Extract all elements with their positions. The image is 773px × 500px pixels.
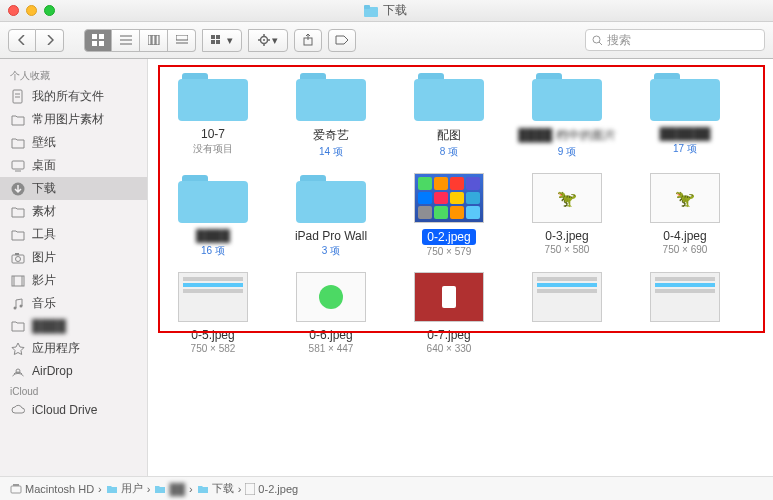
svg-point-39 xyxy=(14,306,17,309)
svg-rect-42 xyxy=(11,486,21,493)
svg-rect-1 xyxy=(364,5,370,9)
sidebar-label: 应用程序 xyxy=(32,340,80,357)
file-item[interactable]: iPad Pro Wall3 项 xyxy=(272,173,390,258)
path-crumb[interactable]: 用户 xyxy=(106,481,143,496)
sidebar-item[interactable]: 我的所有文件 xyxy=(0,85,147,108)
file-meta: 750 × 580 xyxy=(545,244,590,255)
sidebar-item[interactable]: 壁纸 xyxy=(0,131,147,154)
share-button[interactable] xyxy=(294,29,322,52)
image-thumbnail xyxy=(296,272,366,322)
path-crumb[interactable]: 0-2.jpeg xyxy=(245,483,298,495)
sidebar-item[interactable]: 音乐 xyxy=(0,292,147,315)
file-meta: 14 项 xyxy=(319,145,343,159)
file-name: 0-6.jpeg xyxy=(309,328,352,342)
zoom-button[interactable] xyxy=(44,5,55,16)
folder-icon xyxy=(296,71,366,121)
file-item[interactable]: 配图8 项 xyxy=(390,71,508,159)
svg-rect-9 xyxy=(148,35,151,45)
sidebar-label: 桌面 xyxy=(32,157,56,174)
file-item[interactable]: 0-5.jpeg750 × 582 xyxy=(154,272,272,354)
path-crumb[interactable]: Macintosh HD xyxy=(10,483,94,495)
view-buttons xyxy=(84,29,196,52)
sidebar-item[interactable]: 素材 xyxy=(0,200,147,223)
window-title: 下载 xyxy=(383,2,407,19)
chevron-icon: › xyxy=(189,483,193,495)
sidebar-header: iCloud xyxy=(0,382,147,399)
file-meta: 8 项 xyxy=(440,145,458,159)
sidebar-item[interactable]: AirDrop xyxy=(0,360,147,382)
file-name: ██████ xyxy=(659,127,710,141)
file-item[interactable] xyxy=(508,272,626,354)
icon-view-button[interactable] xyxy=(84,29,112,52)
sidebar-item[interactable]: 桌面 xyxy=(0,154,147,177)
file-name: 0-3.jpeg xyxy=(545,229,588,243)
image-thumbnail xyxy=(650,272,720,322)
svg-rect-16 xyxy=(211,40,215,44)
chevron-icon: › xyxy=(98,483,102,495)
folder-icon xyxy=(10,318,26,334)
file-item[interactable]: 0-2.jpeg750 × 579 xyxy=(390,173,508,258)
sidebar-item[interactable]: iCloud Drive xyxy=(0,399,147,421)
svg-rect-4 xyxy=(92,41,97,46)
folder-icon xyxy=(414,71,484,121)
file-item[interactable]: 🦖0-3.jpeg750 × 580 xyxy=(508,173,626,258)
file-meta: 750 × 579 xyxy=(427,246,472,257)
column-view-button[interactable] xyxy=(140,29,168,52)
sidebar-item[interactable]: 图片 xyxy=(0,246,147,269)
traffic-lights xyxy=(8,5,55,16)
svg-rect-3 xyxy=(99,34,104,39)
sidebar-label: 我的所有文件 xyxy=(32,88,104,105)
svg-rect-44 xyxy=(245,483,255,495)
action-button[interactable]: ▾ xyxy=(248,29,288,52)
sidebar-item[interactable]: 常用图片素材 xyxy=(0,108,147,131)
svg-rect-2 xyxy=(92,34,97,39)
file-item[interactable]: 爱奇艺14 项 xyxy=(272,71,390,159)
file-name: 0-4.jpeg xyxy=(663,229,706,243)
camera-icon xyxy=(10,250,26,266)
search-field[interactable]: 搜索 xyxy=(585,29,765,51)
sidebar-item[interactable]: ████ xyxy=(0,315,147,337)
file-meta: 3 项 xyxy=(322,244,340,258)
file-item[interactable]: ██████17 项 xyxy=(626,71,744,159)
svg-point-40 xyxy=(20,304,23,307)
path-crumb[interactable]: 下载 xyxy=(197,481,234,496)
sidebar-label: 工具 xyxy=(32,226,56,243)
svg-point-25 xyxy=(593,36,600,43)
back-button[interactable] xyxy=(8,29,36,52)
close-button[interactable] xyxy=(8,5,19,16)
file-item[interactable]: 10-7没有项目 xyxy=(154,71,272,159)
svg-rect-12 xyxy=(176,35,188,40)
coverflow-view-button[interactable] xyxy=(168,29,196,52)
file-item[interactable]: ████16 项 xyxy=(154,173,272,258)
file-meta: 9 项 xyxy=(558,145,576,159)
file-item[interactable] xyxy=(626,272,744,354)
forward-button[interactable] xyxy=(36,29,64,52)
sidebar-label: 图片 xyxy=(32,249,56,266)
file-name: 0-2.jpeg xyxy=(422,229,475,245)
list-view-button[interactable] xyxy=(112,29,140,52)
tags-button[interactable] xyxy=(328,29,356,52)
file-meta: 16 项 xyxy=(201,244,225,258)
folder-icon xyxy=(364,5,378,17)
file-item[interactable]: 0-7.jpeg640 × 330 xyxy=(390,272,508,354)
file-item[interactable]: 🦖0-4.jpeg750 × 690 xyxy=(626,173,744,258)
sidebar-label: 下载 xyxy=(32,180,56,197)
minimize-button[interactable] xyxy=(26,5,37,16)
file-meta: 750 × 582 xyxy=(191,343,236,354)
arrange-button[interactable]: ▾ xyxy=(202,29,242,52)
folder-icon xyxy=(178,173,248,223)
sidebar-label: 常用图片素材 xyxy=(32,111,104,128)
file-name: 爱奇艺 xyxy=(313,127,349,144)
sidebar-item[interactable]: 应用程序 xyxy=(0,337,147,360)
svg-rect-30 xyxy=(12,161,24,169)
nav-buttons xyxy=(8,29,64,52)
file-grid[interactable]: 10-7没有项目爱奇艺14 项配图8 项████ 档中的图片9 项██████1… xyxy=(148,59,773,476)
sidebar-item[interactable]: 工具 xyxy=(0,223,147,246)
file-item[interactable]: 0-6.jpeg581 × 447 xyxy=(272,272,390,354)
sidebar-item[interactable]: 影片 xyxy=(0,269,147,292)
search-icon xyxy=(592,35,603,46)
sidebar-item[interactable]: 下载 xyxy=(0,177,147,200)
path-crumb[interactable]: ██ xyxy=(154,483,185,495)
file-item[interactable]: ████ 档中的图片9 项 xyxy=(508,71,626,159)
svg-rect-10 xyxy=(152,35,155,45)
